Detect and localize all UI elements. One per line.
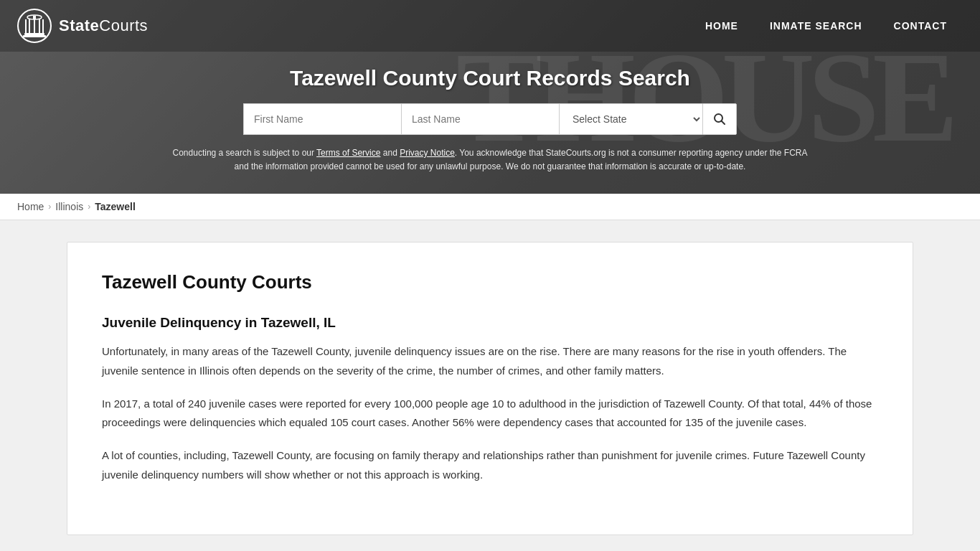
nav-inmate-search[interactable]: INMATE SEARCH: [754, 13, 878, 39]
breadcrumb-home[interactable]: Home: [17, 201, 44, 212]
hero-section: Tazewell County Court Records Search Sel…: [0, 52, 980, 194]
logo-text: StateCourts: [59, 17, 148, 35]
section-para-0: Unfortunately, in many areas of the Taze…: [102, 342, 878, 380]
section-para-2: A lot of counties, including, Tazewell C…: [102, 446, 878, 484]
nav-home[interactable]: HOME: [689, 13, 754, 39]
breadcrumb-sep-2: ›: [88, 202, 90, 212]
hero-title: Tazewell County Court Records Search: [14, 66, 966, 90]
privacy-link[interactable]: Privacy Notice: [400, 148, 455, 158]
svg-rect-1: [24, 33, 44, 35]
breadcrumb-county: Tazewell: [95, 201, 136, 212]
search-icon: [713, 113, 726, 126]
main-content-area: Tazewell County Courts Juvenile Delinque…: [0, 220, 980, 551]
content-page-title: Tazewell County Courts: [102, 271, 878, 293]
site-header: THOUSE StateCourts HOME: [0, 0, 980, 194]
state-select[interactable]: Select State AlabamaAlaskaArizonaArkansa…: [559, 103, 702, 135]
content-card: Tazewell County Courts Juvenile Delinque…: [67, 242, 913, 535]
last-name-input[interactable]: [401, 103, 559, 135]
disclaimer-text: Conducting a search is subject to our Te…: [167, 146, 813, 174]
breadcrumb-sep-1: ›: [48, 202, 51, 212]
svg-line-11: [722, 121, 725, 125]
search-bar: Select State AlabamaAlaskaArizonaArkansa…: [14, 103, 966, 135]
site-logo[interactable]: StateCourts: [17, 9, 148, 43]
breadcrumb-state[interactable]: Illinois: [55, 201, 83, 212]
svg-rect-9: [23, 35, 46, 37]
terms-link[interactable]: Terms of Service: [316, 148, 380, 158]
search-button[interactable]: [702, 103, 737, 135]
logo-icon: [17, 9, 52, 43]
navbar: StateCourts HOME INMATE SEARCH CONTACT: [0, 0, 980, 52]
content-section-0: Juvenile Delinquency in Tazewell, IL Unf…: [102, 315, 878, 484]
breadcrumb: Home › Illinois › Tazewell: [0, 194, 980, 220]
nav-links: HOME INMATE SEARCH CONTACT: [689, 13, 963, 39]
nav-contact[interactable]: CONTACT: [878, 13, 963, 39]
section-para-1: In 2017, a total of 240 juvenile cases w…: [102, 395, 878, 433]
section-heading-0: Juvenile Delinquency in Tazewell, IL: [102, 315, 878, 331]
first-name-input[interactable]: [243, 103, 401, 135]
